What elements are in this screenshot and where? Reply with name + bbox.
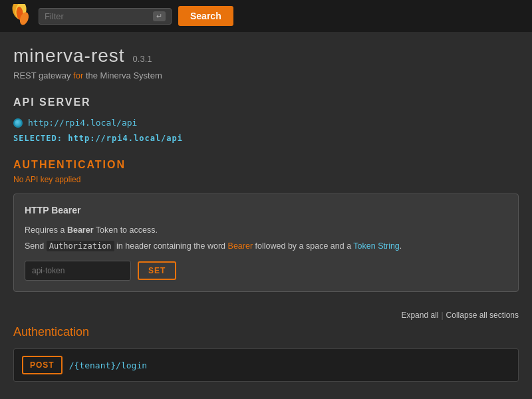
collapse-all-link[interactable]: Collapse all sections — [446, 311, 519, 320]
subtitle-suffix: the Minerva System — [83, 70, 162, 80]
auth-desc-line1: Requires a Bearer Token to access. — [25, 223, 507, 237]
expand-collapse-bar: Expand all | Collapse all sections — [13, 305, 519, 325]
app-title: minerva-rest — [13, 45, 125, 66]
auth-desc-line2: Send Authorization in header containing … — [25, 239, 507, 253]
pipe-divider: | — [441, 311, 443, 320]
subtitle-prefix: REST gateway — [13, 70, 73, 80]
search-input[interactable] — [45, 11, 149, 21]
search-button[interactable]: Search — [178, 6, 233, 26]
navbar: ↵ Search — [0, 0, 532, 32]
auth-section-label: Authentication — [13, 325, 519, 339]
api-token-input[interactable] — [25, 261, 131, 281]
main-content: minerva-rest 0.3.1 REST gateway for the … — [0, 32, 532, 399]
auth-section: AUTHENTICATION No API key applied HTTP B… — [13, 159, 519, 292]
radio-selected-icon — [13, 118, 23, 128]
selected-row: SELECTED: http://rpi4.local/api — [13, 133, 519, 143]
api-server-heading: API SERVER — [13, 96, 519, 108]
app-logo — [8, 4, 32, 28]
api-url-value: http://rpi4.local/api — [28, 118, 137, 128]
set-button[interactable]: SET — [138, 261, 176, 280]
auth-heading: AUTHENTICATION — [13, 159, 519, 171]
app-subtitle: REST gateway for the Minerva System — [13, 70, 519, 80]
api-url-row[interactable]: http://rpi4.local/api — [13, 118, 519, 128]
app-version: 0.3.1 — [133, 54, 152, 64]
endpoint-path: /{tenant}/login — [69, 360, 147, 370]
endpoint-row[interactable]: POST /{tenant}/login — [13, 348, 519, 382]
selected-label-text: SELECTED: http://rpi4.local/api — [13, 134, 183, 143]
method-badge-post: POST — [22, 356, 63, 374]
api-server-section: API SERVER http://rpi4.local/api SELECTE… — [13, 96, 519, 143]
subtitle-for: for — [73, 70, 83, 80]
auth-box: HTTP Bearer Requires a Bearer Token to a… — [13, 194, 519, 292]
expand-all-link[interactable]: Expand all — [401, 311, 438, 320]
enter-badge: ↵ — [153, 11, 166, 21]
search-input-wrapper: ↵ — [39, 8, 172, 25]
app-title-row: minerva-rest 0.3.1 — [13, 45, 519, 66]
no-api-key-label: No API key applied — [13, 175, 519, 184]
http-bearer-title: HTTP Bearer — [25, 205, 507, 215]
token-input-row: SET — [25, 261, 507, 281]
